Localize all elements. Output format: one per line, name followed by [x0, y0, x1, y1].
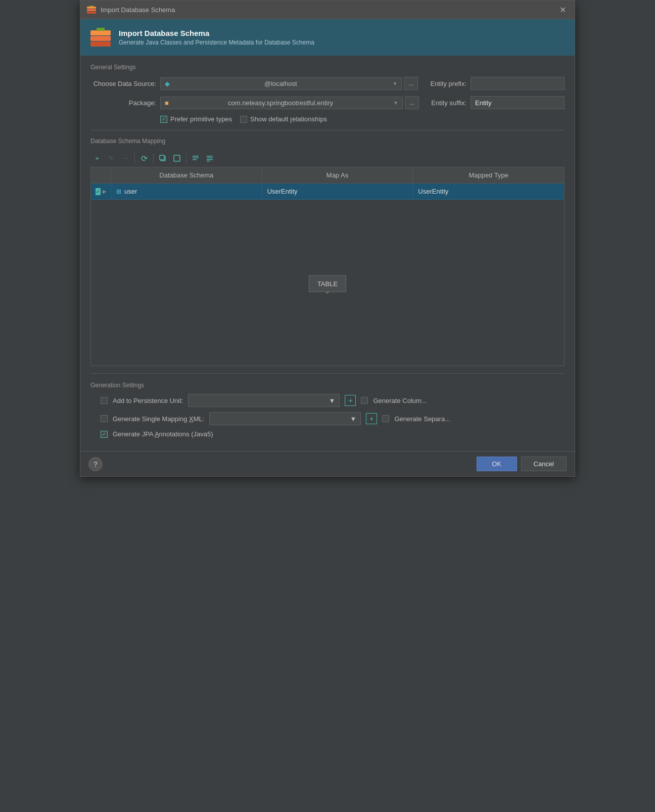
entity-prefix-label: Entity prefix: [430, 80, 466, 87]
datasource-select-wrapper: ◆ @localhost ▼ ... [160, 77, 418, 90]
package-label: Package: [90, 99, 156, 107]
toolbar-sep-3 [186, 153, 186, 163]
gen-settings-label: Generation Settings [90, 382, 565, 389]
help-button[interactable]: ? [88, 457, 103, 471]
title-bar: Import Database Schema ✕ [80, 1, 575, 19]
svg-rect-13 [193, 159, 197, 160]
toolbar-sep-2 [153, 153, 154, 163]
generate-colum-checkbox[interactable] [361, 397, 368, 404]
svg-rect-16 [207, 159, 213, 160]
datasource-row: Choose Data Source: ◆ @localhost ▼ ... E… [90, 77, 565, 90]
row-mapas-cell: UserEntity [262, 184, 413, 199]
datasource-value: @localhost [264, 80, 297, 87]
single-mapping-arrow: ▼ [350, 415, 357, 423]
show-default-rel-checkbox-item[interactable]: Show default relationships [240, 115, 327, 123]
package-combo[interactable]: ■ com.neteasy.springbootrestful.entiry ▼ [160, 97, 403, 109]
header-text: Import Database Schema Generate Java Cla… [119, 29, 314, 46]
generate-jpa-label: Generate JPA Annotations (Java5) [113, 430, 213, 438]
svg-rect-15 [207, 158, 213, 159]
entity-prefix-input[interactable] [471, 77, 565, 90]
expand-button[interactable] [170, 152, 183, 165]
prefer-primitive-label: Prefer primitive types [170, 115, 232, 123]
gen-row-2: Generate Single Mapping XML: ▼ + Generat… [101, 412, 565, 425]
options-row: ✓ Prefer primitive types Show default re… [160, 115, 565, 123]
divider-1 [90, 130, 565, 130]
content-area: General Settings Choose Data Source: ◆ @… [80, 56, 575, 451]
package-browse-button[interactable]: ... [405, 96, 419, 109]
header-subtitle: Generate Java Classes and Persistence Me… [119, 39, 314, 46]
persistence-add-button[interactable]: + [345, 395, 356, 406]
generate-single-checkbox[interactable] [101, 415, 108, 422]
add-persistence-checkbox[interactable] [101, 397, 108, 404]
row-expand-icon[interactable]: ▶ [103, 189, 107, 194]
datasource-combo[interactable]: ◆ @localhost ▼ [160, 77, 402, 90]
cancel-button[interactable]: Cancel [521, 457, 567, 471]
package-row: Package: ■ com.neteasy.springbootrestful… [90, 96, 565, 109]
generate-single-label: Generate Single Mapping XML: [113, 415, 204, 423]
package-select-wrapper: ■ com.neteasy.springbootrestful.entiry ▼… [160, 96, 419, 109]
db-schema-label: Database Schema Mapping [90, 138, 565, 145]
columns-button-1[interactable] [189, 152, 202, 165]
entity-suffix-label: Entity suffix: [431, 99, 466, 107]
header-logo-icon [89, 26, 112, 49]
edit-mapping-button[interactable]: ✎ [105, 152, 118, 165]
svg-rect-3 [89, 6, 93, 7]
svg-rect-7 [97, 28, 105, 31]
toolbar-sep-1 [134, 153, 135, 163]
datasource-arrow-icon: ▼ [393, 81, 398, 86]
add-mapping-button[interactable]: + [90, 152, 104, 165]
datasource-label: Choose Data Source: [90, 80, 156, 87]
col-header-mapped: Mapped Type [413, 167, 564, 183]
gen-row-1: Add to Persistence Unit: ▼ + Generate Co… [101, 394, 565, 407]
generate-separa-label: Generate Separa... [394, 415, 450, 423]
row-check-cell: ✓ ▶ [91, 184, 111, 199]
entity-suffix-group: Entity suffix: [431, 96, 565, 109]
table-row[interactable]: ✓ ▶ ⊞ user UserEntity UserEntity [91, 184, 564, 200]
svg-rect-0 [87, 12, 96, 14]
refresh-button[interactable]: ⟳ [137, 152, 151, 165]
copy-button[interactable] [156, 152, 169, 165]
col-header-mapas: Map As [262, 167, 413, 183]
package-icon: ■ [165, 99, 169, 107]
entity-suffix-input[interactable] [471, 96, 565, 109]
general-settings-label: General Settings [90, 64, 565, 71]
svg-rect-5 [90, 36, 111, 41]
remove-mapping-button[interactable]: − [119, 152, 132, 165]
svg-rect-9 [160, 155, 164, 160]
svg-rect-11 [193, 156, 199, 157]
table-header: Database Schema Map As Mapped Type [91, 167, 564, 184]
map-as-value: UserEntity [267, 188, 298, 195]
persistence-unit-combo[interactable]: ▼ [188, 394, 340, 407]
persistence-unit-arrow: ▼ [329, 397, 336, 404]
columns-button-2[interactable] [203, 152, 216, 165]
datasource-browse-button[interactable]: ... [404, 77, 418, 90]
svg-rect-14 [207, 156, 213, 157]
header-banner: Import Database Schema Generate Java Cla… [80, 19, 575, 56]
prefer-primitive-checkbox[interactable]: ✓ [160, 116, 167, 123]
schema-table: Database Schema Map As Mapped Type ✓ ▶ ⊞… [90, 167, 565, 366]
title-bar-left: Import Database Schema [86, 5, 175, 15]
db-schema-toolbar: + ✎ − ⟳ [90, 150, 565, 167]
entity-prefix-group: Entity prefix: [430, 77, 565, 90]
header-title: Import Database Schema [119, 29, 314, 37]
generate-separa-checkbox[interactable] [382, 415, 389, 422]
close-button[interactable]: ✕ [556, 4, 569, 16]
generation-settings-section: Generation Settings Add to Persistence U… [90, 382, 565, 438]
footer-buttons: OK Cancel [477, 457, 567, 471]
show-default-rel-checkbox[interactable] [240, 116, 247, 123]
prefer-primitive-checkbox-item[interactable]: ✓ Prefer primitive types [160, 115, 232, 123]
row-checkbox[interactable]: ✓ [96, 188, 101, 195]
app-icon [86, 5, 97, 15]
table-body: ✓ ▶ ⊞ user UserEntity UserEntity [91, 184, 564, 366]
show-default-rel-label: Show default relationships [250, 115, 327, 123]
svg-rect-17 [207, 161, 210, 162]
row-schema-cell: ⊞ user [111, 184, 262, 199]
svg-rect-1 [87, 9, 96, 11]
ok-button[interactable]: OK [477, 457, 517, 471]
generate-jpa-checkbox[interactable]: ✓ [101, 431, 108, 438]
single-mapping-add-button[interactable]: + [366, 413, 377, 424]
single-mapping-combo[interactable]: ▼ [209, 412, 361, 425]
svg-rect-10 [174, 155, 180, 161]
window-title: Import Database Schema [101, 6, 175, 14]
table-icon: ⊞ [116, 188, 121, 195]
